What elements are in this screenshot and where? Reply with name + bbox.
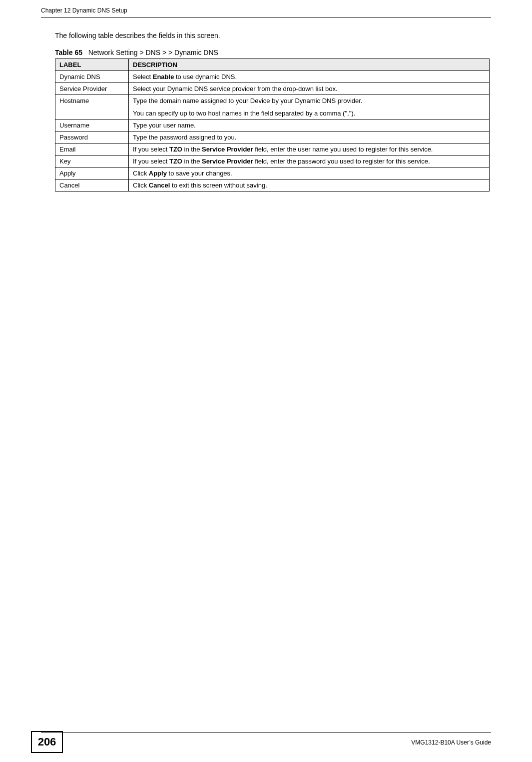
row-label: Cancel — [55, 180, 129, 192]
chapter-header: Chapter 12 Dynamic DNS Setup — [41, 7, 127, 14]
bold-text: Service Provider — [202, 146, 253, 153]
text: If you select — [133, 146, 169, 153]
table-row: Cancel Click Cancel to exit this screen … — [55, 180, 490, 192]
bold-text: Apply — [149, 170, 167, 177]
table-header-row: LABEL DESCRIPTION — [55, 59, 490, 71]
text: to use dynamic DNS. — [174, 73, 237, 80]
row-desc: If you select TZO in the Service Provide… — [129, 144, 490, 156]
bold-text: TZO — [169, 158, 182, 165]
text: in the — [182, 146, 202, 153]
table-caption-text: Network Setting > DNS > > Dynamic DNS — [88, 48, 218, 56]
row-desc: Click Apply to save your changes. — [129, 168, 490, 180]
footer-guide-text: VMG1312-B10A User’s Guide — [411, 739, 491, 746]
header-description: DESCRIPTION — [129, 59, 490, 71]
row-label: Dynamic DNS — [55, 71, 129, 83]
table-caption-label: Table 65 — [55, 48, 82, 56]
text: to save your changes. — [167, 170, 232, 177]
row-desc: Type the password assigned to you. — [129, 132, 490, 144]
footer-rule — [41, 732, 491, 733]
text: to exit this screen without saving. — [170, 182, 267, 189]
table-row: Key If you select TZO in the Service Pro… — [55, 156, 490, 168]
text: Select — [133, 73, 153, 80]
bold-text: Enable — [153, 73, 174, 80]
text: field, enter the password you used to re… — [253, 158, 430, 165]
row-label: Key — [55, 156, 129, 168]
row-desc: Click Cancel to exit this screen without… — [129, 180, 490, 192]
intro-text: The following table describes the fields… — [55, 32, 490, 40]
bold-text: TZO — [169, 146, 182, 153]
row-label: Hostname — [55, 95, 129, 120]
bold-text: Service Provider — [202, 158, 253, 165]
text: You can specify up to two host names in … — [133, 110, 485, 117]
text: field, enter the user name you used to r… — [253, 146, 433, 153]
table-row: Service Provider Select your Dynamic DNS… — [55, 83, 490, 95]
table-caption: Table 65 Network Setting > DNS > > Dynam… — [55, 48, 490, 56]
table-row: Username Type your user name. — [55, 120, 490, 132]
bold-text: Cancel — [149, 182, 170, 189]
header-label: LABEL — [55, 59, 129, 71]
row-label: Username — [55, 120, 129, 132]
content-area: The following table describes the fields… — [55, 32, 490, 192]
table-row: Dynamic DNS Select Enable to use dynamic… — [55, 71, 490, 83]
row-label: Email — [55, 144, 129, 156]
table-row: Apply Click Apply to save your changes. — [55, 168, 490, 180]
row-label: Service Provider — [55, 83, 129, 95]
page: Chapter 12 Dynamic DNS Setup The followi… — [0, 0, 532, 762]
row-label: Password — [55, 132, 129, 144]
table-row: Email If you select TZO in the Service P… — [55, 144, 490, 156]
table-row: Hostname Type the domain name assigned t… — [55, 95, 490, 120]
header-rule — [41, 17, 491, 18]
text: If you select — [133, 158, 169, 165]
row-desc: Select your Dynamic DNS service provider… — [129, 83, 490, 95]
text: Click — [133, 170, 149, 177]
text: in the — [182, 158, 202, 165]
text: Click — [133, 182, 149, 189]
table-row: Password Type the password assigned to y… — [55, 132, 490, 144]
description-table: LABEL DESCRIPTION Dynamic DNS Select Ena… — [55, 58, 490, 192]
row-desc: Type the domain name assigned to your De… — [129, 95, 490, 120]
row-desc: Type your user name. — [129, 120, 490, 132]
row-desc: If you select TZO in the Service Provide… — [129, 156, 490, 168]
page-number: 206 — [31, 731, 63, 753]
row-label: Apply — [55, 168, 129, 180]
text: Type the domain name assigned to your De… — [133, 97, 485, 104]
row-desc: Select Enable to use dynamic DNS. — [129, 71, 490, 83]
